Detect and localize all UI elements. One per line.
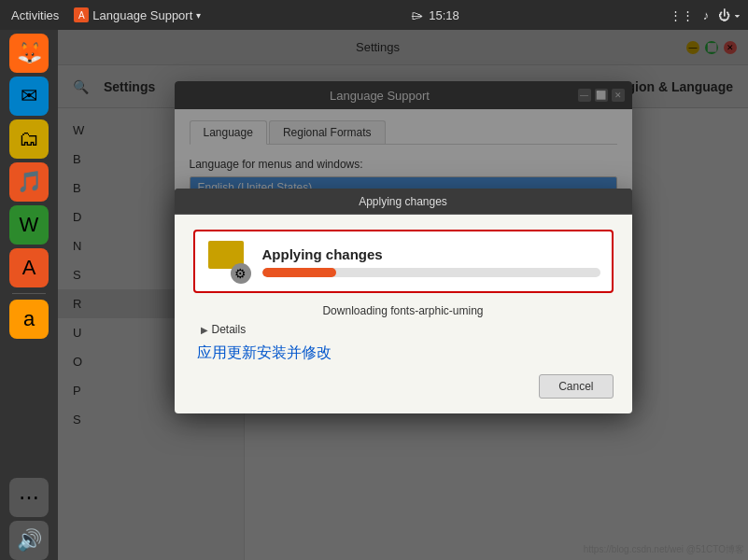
- sidebar-icon-firefox[interactable]: 🦊: [9, 34, 49, 73]
- applying-text-area: Applying changes: [262, 246, 600, 277]
- sidebar-icon-apps[interactable]: ⋯: [9, 478, 49, 517]
- app-icon: A: [74, 7, 89, 22]
- top-bar: Activities A Language Support ▾ ⌲ 15:18 …: [0, 0, 748, 30]
- sidebar-icon-thunderbird[interactable]: ✉: [9, 77, 49, 116]
- applying-progress-fill: [262, 268, 337, 277]
- applying-cancel-row: Cancel: [193, 374, 614, 399]
- sidebar-dock: 🦊 ✉ 🗂 🎵 W A a ⋯ 🔊: [0, 30, 58, 560]
- top-bar-right: ⋮⋮ ♪ ⏻ ▾: [670, 8, 741, 22]
- sidebar-icon-software[interactable]: A: [9, 248, 49, 287]
- applying-title: Applying changes: [359, 195, 447, 208]
- details-arrow-icon: ▶: [201, 325, 208, 335]
- sidebar-icon-rhythmbox[interactable]: 🎵: [9, 162, 49, 202]
- details-label: Details: [212, 323, 247, 336]
- applying-header: ⚙ Applying changes: [193, 230, 614, 293]
- applying-chinese-text: 应用更新安装并修改: [193, 343, 614, 363]
- gear-icon: ⚙: [231, 263, 251, 284]
- applying-progress-bar-container: [262, 268, 600, 277]
- applying-overlay: Applying changes ⚙ Applying changes: [58, 30, 748, 560]
- applying-dialog: Applying changes ⚙ Applying changes: [175, 189, 632, 413]
- applying-icon: ⚙: [206, 239, 251, 284]
- sidebar-icon-sound[interactable]: 🔊: [9, 521, 49, 560]
- activities-button[interactable]: Activities: [7, 7, 63, 24]
- applying-body: ⚙ Applying changes Downloading fonts-arp…: [175, 215, 632, 413]
- time-label: 15:18: [429, 8, 459, 22]
- top-bar-center: ⌲ 15:18: [411, 8, 459, 22]
- applying-title-text: Applying changes: [262, 246, 600, 262]
- content-area: Settings — ⬜ ✕ 🔍 Settings Region & Langu…: [58, 30, 748, 560]
- top-bar-left: Activities A Language Support ▾: [7, 7, 201, 24]
- network-icon: ⌲: [411, 8, 423, 22]
- chevron-down-icon: ▾: [196, 10, 201, 21]
- volume-icon: ♪: [703, 8, 710, 22]
- sidebar-icon-amazon[interactable]: a: [9, 300, 49, 339]
- applying-cancel-button[interactable]: Cancel: [539, 374, 613, 399]
- app-name-label: Language Support: [92, 8, 192, 22]
- power-menu-icon: ⏻ ▾: [718, 8, 741, 22]
- network-status-icon: ⋮⋮: [670, 8, 694, 22]
- sidebar-icon-libreoffice[interactable]: W: [9, 205, 49, 245]
- applying-details[interactable]: ▶ Details: [193, 323, 614, 336]
- applying-download-text: Downloading fonts-arphic-uming: [193, 304, 614, 317]
- sidebar-icon-files[interactable]: 🗂: [9, 119, 49, 159]
- main-area: 🦊 ✉ 🗂 🎵 W A a ⋯ 🔊 Settings — ⬜ ✕ 🔍 Sett: [0, 30, 748, 560]
- sidebar-divider: [12, 293, 46, 294]
- top-bar-app: A Language Support ▾: [74, 7, 201, 22]
- applying-titlebar: Applying changes: [175, 189, 632, 215]
